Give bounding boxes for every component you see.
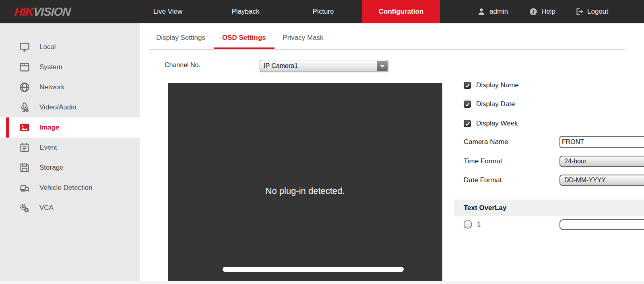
text-overlay-row-1: 1 [464,220,481,228]
time-format-label: Time Format [464,157,502,165]
time-format-select[interactable]: 24-hour [559,156,644,167]
sidebar-label: Vehicle Detection [39,184,92,192]
text-overlay-title: Text OverLay [464,204,506,212]
globe-icon [19,81,31,93]
camera-name-label: Camera Name [464,138,508,146]
date-format-label: Date Format [464,176,502,184]
storage-disk-icon [19,162,31,174]
horizontal-scrollbar-track[interactable] [0,281,644,284]
logout-icon [575,7,584,16]
user-admin[interactable]: admin [477,0,508,23]
text-overlay-section-header: Text OverLay [454,200,644,216]
sidebar-label: System [39,63,62,71]
sidebar-item-video-audio[interactable]: Video/Audio [0,97,140,117]
logout-button[interactable]: Logout [575,0,608,23]
camera-name-input[interactable] [559,136,644,148]
chevron-down-icon [380,65,385,68]
logout-label: Logout [587,8,608,16]
monitor-icon [19,41,31,53]
date-format-select[interactable]: DD-MM-YYYY [559,175,644,186]
image-icon [19,121,31,134]
display-name-label: Display Name [476,81,519,89]
logo-vision: VISION [33,5,71,19]
sidebar-item-system[interactable]: System [0,57,140,77]
tab-osd-settings[interactable]: OSD Settings [222,34,266,49]
sidebar: Local System Network Video/Audio Image E… [0,23,140,281]
sidebar-item-event[interactable]: Event [0,138,140,158]
help-info-icon: i [529,7,538,16]
sidebar-label: Video/Audio [39,103,76,111]
time-format-value: 24-hour [564,158,586,165]
sidebar-item-image[interactable]: Image [0,117,140,138]
nav-picture[interactable]: Picture [313,0,334,23]
channel-no-label: Channel No. [165,62,200,69]
svg-text:i: i [533,9,534,15]
sidebar-item-vca[interactable]: VCA [0,198,140,218]
user-icon [477,7,486,16]
sidebar-label: VCA [39,204,54,212]
sidebar-label: Local [39,43,56,51]
channel-select-value: IP Camera1 [264,62,298,70]
sidebar-label: Image [39,123,59,132]
sidebar-label: Event [39,144,57,152]
nav-live-view[interactable]: Live View [153,0,182,23]
vca-gears-icon [19,202,31,214]
sidebar-item-vehicle-detection[interactable]: Vehicle Detection [0,178,140,198]
tab-display-settings[interactable]: Display Settings [156,34,205,49]
sidebar-label: Network [39,83,64,91]
sidebar-label: Storage [39,164,64,172]
video-preview-area: No plug-in detected. [168,83,442,281]
preview-scrollbar-thumb[interactable] [223,267,404,272]
sidebar-item-local[interactable]: Local [0,37,140,57]
tab-privacy-mask[interactable]: Privacy Mask [283,34,324,49]
top-bar: HIKVISION Live View Playback Picture Con… [0,0,644,23]
logo-hik: HIK [14,5,34,19]
nav-playback[interactable]: Playback [232,0,260,23]
sidebar-item-network[interactable]: Network [0,77,140,97]
help-label: Help [541,8,555,16]
date-format-value: DD-MM-YYYY [564,177,606,184]
event-notepad-icon [19,142,31,154]
display-week-row: Display Week [464,119,518,128]
display-date-row: Display Date [464,100,515,108]
text-overlay-1-label: 1 [477,220,481,228]
user-label: admin [489,8,508,16]
system-window-icon [19,61,31,73]
settings-tabs: Display Settings OSD Settings Privacy Ma… [156,34,341,49]
display-date-checkbox[interactable] [464,101,471,108]
no-plugin-message: No plug-in detected. [168,186,442,196]
channel-select[interactable]: IP Camera1 [260,60,388,72]
display-date-label: Display Date [476,100,515,108]
vehicle-search-icon [19,182,31,194]
display-name-row: Display Name [464,81,519,89]
text-overlay-1-checkbox[interactable] [464,220,472,228]
nav-configuration[interactable]: Configuration [362,0,440,23]
channel-dropdown-button[interactable] [377,61,388,71]
display-week-checkbox[interactable] [464,120,471,127]
display-week-label: Display Week [476,119,518,128]
display-name-checkbox[interactable] [464,82,471,89]
help-button[interactable]: i Help [529,0,555,23]
hikvision-logo: HIKVISION [14,0,71,23]
microphone-icon [19,101,31,113]
text-overlay-1-input[interactable] [559,219,644,230]
sidebar-item-storage[interactable]: Storage [0,158,140,178]
tab-divider [149,49,625,49]
